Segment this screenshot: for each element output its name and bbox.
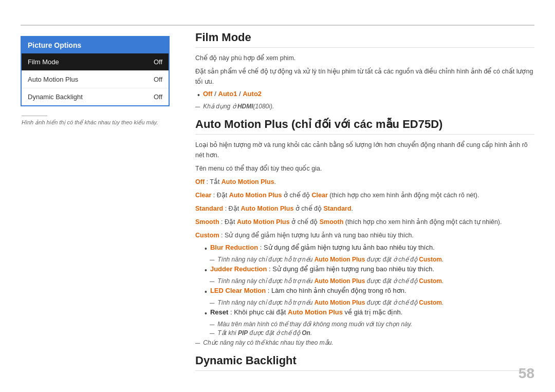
note-divider [22, 116, 47, 116]
section-film-mode: Film Mode Chế độ này phù hợp để xem phim… [195, 31, 534, 110]
film-mode-note: ─ Khả dụng ở HDMI(1080i). [195, 103, 534, 110]
auto-motion-title: Auto Motion Plus (chỉ đối với các mẫu ED… [195, 118, 534, 135]
top-divider [21, 25, 534, 26]
bullet-icon: • [205, 244, 207, 254]
dynamic-backlight-title: Dynamic Backlight [195, 354, 534, 371]
left-panel: Picture Options Film Mode Off Auto Motio… [21, 36, 170, 126]
amp-custom-item: Custom : Sử dụng để giảm hiện tượng lưu … [195, 230, 534, 240]
judder-reduction-note: ─ Tính năng này chỉ được hỗ trợ nếu Auto… [195, 277, 534, 285]
reset-item: • Reset : Khôi phục cài đặt Auto Motion … [195, 308, 534, 319]
menu-item-value: Off [154, 58, 162, 66]
right-content: Film Mode Chế độ này phù hợp để xem phim… [195, 31, 534, 371]
page-number: 58 [519, 365, 534, 382]
blur-reduction-item: • Blur Reduction : Sử dụng để giảm hiện … [195, 244, 534, 254]
led-clear-motion-item: • LED Clear Motion : Làm cho hình ảnh ch… [195, 287, 534, 297]
film-mode-desc2: Đặt sản phẩm về chế độ tự động và xử lý … [195, 66, 534, 87]
auto-motion-sub-intro: Tên menu có thể thay đổi tùy theo quốc g… [195, 163, 534, 174]
picture-options-menu: Picture Options Film Mode Off Auto Motio… [21, 36, 170, 106]
judder-reduction-item: • Judder Reduction : Sử dụng để giảm hiệ… [195, 265, 534, 276]
reset-note1: ─ Màu trên màn hình có thể thay đổi khôn… [195, 321, 534, 328]
amp-standard-item: Standard : Đặt Auto Motion Plus ở chế độ… [195, 203, 534, 214]
film-mode-title: Film Mode [195, 31, 534, 48]
film-mode-options: • Off / Auto1 / Auto2 [195, 90, 534, 101]
menu-item-film-mode[interactable]: Film Mode Off [22, 53, 169, 71]
bullet-icon: • [205, 287, 207, 297]
amp-off-item: Off : Tắt Auto Motion Plus. [195, 177, 534, 187]
film-mode-off: Off / Auto1 / Auto2 [203, 90, 262, 98]
bullet-icon: • [197, 90, 200, 101]
menu-item-auto-motion[interactable]: Auto Motion Plus Off [22, 71, 169, 88]
menu-item-label: Film Mode [28, 58, 59, 66]
bullet-icon: • [205, 308, 207, 319]
reset-note2: ─ Tắt khi PIP được đặt ở chế độ On. [195, 329, 534, 337]
amp-clear-item: Clear : Đặt Auto Motion Plus ở chế độ Cl… [195, 190, 534, 200]
amp-footer-note: ─ Chức năng này có thể khác nhau tùy the… [195, 339, 534, 347]
menu-title: Picture Options [22, 37, 169, 53]
film-mode-desc1: Chế độ này phù hợp để xem phim. [195, 53, 534, 63]
section-dynamic-backlight: Dynamic Backlight Tự động điều chỉnh đèn… [195, 354, 534, 371]
menu-item-value: Off [154, 93, 162, 101]
menu-item-dynamic-backlight[interactable]: Dynamic Backlight Off [22, 88, 169, 105]
auto-motion-intro: Loại bỏ hiện tượng mờ và rung khỏi các c… [195, 140, 534, 160]
menu-item-label: Dynamic Backlight [28, 93, 83, 101]
left-note: Hình ảnh hiển thị có thể khác nhau tùy t… [21, 116, 170, 126]
section-auto-motion-plus: Auto Motion Plus (chỉ đối với các mẫu ED… [195, 118, 534, 347]
led-clear-motion-note: ─ Tính năng này chỉ được hỗ trợ nếu Auto… [195, 299, 534, 307]
note-text: Hình ảnh hiển thị có thể khác nhau tùy t… [22, 119, 170, 126]
bullet-icon: • [205, 265, 207, 276]
amp-smooth-item: Smooth : Đặt Auto Motion Plus ở chế độ S… [195, 217, 534, 227]
menu-item-value: Off [154, 76, 162, 83]
blur-reduction-note: ─ Tính năng này chỉ được hỗ trợ nếu Auto… [195, 256, 534, 264]
menu-item-label: Auto Motion Plus [28, 76, 78, 83]
